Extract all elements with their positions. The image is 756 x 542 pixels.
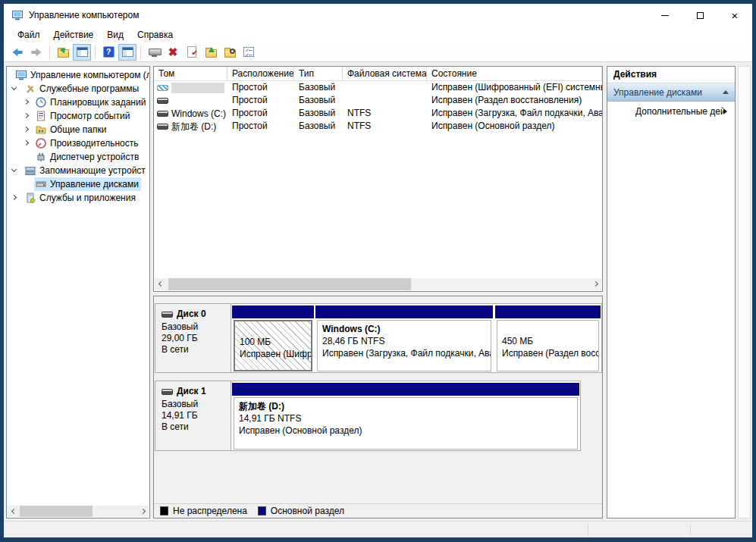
disk0-label[interactable]: Диск 0 Базовый 29,00 ГБ В сети: [155, 304, 231, 372]
tree-item-event-viewer[interactable]: Просмотр событий: [7, 109, 149, 123]
right-edge-strip: [738, 66, 751, 519]
maximize-button[interactable]: [682, 4, 717, 27]
disk-type: Базовый: [162, 399, 231, 410]
properties-button[interactable]: ✔: [183, 44, 201, 61]
tree-item-computer-management[interactable]: Управление компьютером (л: [7, 68, 149, 82]
back-button[interactable]: [8, 44, 27, 61]
chevron-right-icon[interactable]: [11, 195, 17, 200]
folder-export-icon: [58, 49, 69, 58]
close-button[interactable]: ×: [717, 4, 752, 27]
tree-item-label: Просмотр событий: [50, 111, 130, 121]
table-row[interactable]: 新加卷 (D:) Простой Базовый NTFS Исправен (…: [154, 120, 602, 133]
scroll-right-arrow-icon[interactable]: [589, 278, 601, 290]
device-view-button[interactable]: [145, 44, 163, 61]
column-header-type[interactable]: Тип: [294, 67, 343, 81]
actions-group-disk-management[interactable]: Управление дисками: [607, 83, 735, 102]
table-row[interactable]: Простой Базовый Исправен (Шифрованный (E…: [154, 81, 602, 94]
tree-item-disk-management[interactable]: Управление дисками: [7, 177, 149, 191]
show-action-pane-button[interactable]: [118, 44, 136, 61]
work-area: Управление компьютером (л Служебные прог…: [4, 62, 752, 521]
computer-icon: [11, 9, 24, 21]
chevron-right-icon[interactable]: [24, 127, 29, 132]
checklist-icon: ✓✓: [243, 47, 254, 57]
collapse-up-icon[interactable]: [723, 90, 729, 94]
cell-filesystem: [343, 81, 427, 94]
disk-size: 14,91 ГБ: [162, 410, 231, 421]
table-row[interactable]: Windows (C:) Простой Базовый NTFS Исправ…: [154, 107, 602, 120]
partition-d[interactable]: 新加卷 (D:) 14,91 ГБ NTFS Исправен (Основно…: [234, 397, 578, 450]
statusbar-divider: [690, 524, 691, 536]
minimize-button[interactable]: [648, 4, 682, 27]
delete-icon: ✖: [168, 46, 178, 58]
column-header-layout[interactable]: Расположение: [227, 67, 294, 81]
chevron-down-icon[interactable]: [11, 167, 17, 172]
partition-windows-c[interactable]: Windows (C:) 28,46 ГБ NTFS Исправен (Заг…: [317, 320, 491, 371]
chevron-right-icon[interactable]: [24, 99, 29, 105]
cell-layout: Простой: [227, 120, 294, 133]
tree-item-storage[interactable]: Запоминающие устройст: [7, 164, 149, 177]
scroll-right-arrow-icon[interactable]: [136, 506, 149, 517]
tree-horizontal-scrollbar[interactable]: [8, 506, 149, 517]
legend-primary-label: Основной раздел: [271, 506, 344, 516]
partition-efi[interactable]: 100 МБ Исправен (Шифр: [234, 320, 312, 371]
help-button[interactable]: ?: [99, 44, 118, 61]
chevron-down-icon[interactable]: [11, 85, 17, 90]
legend-primary-swatch: [258, 506, 266, 515]
scrollbar-thumb[interactable]: [168, 278, 411, 290]
scroll-left-arrow-icon[interactable]: [8, 506, 20, 517]
legend-bar: Не распределена Основной раздел: [154, 503, 602, 518]
legend-unallocated-label: Не распределена: [173, 506, 247, 516]
export-list-button[interactable]: [54, 44, 72, 61]
computer-icon: [15, 69, 27, 81]
partition-status: Исправен (Раздел восс: [502, 347, 598, 359]
tree-item-shared-folders[interactable]: Общие папки: [7, 123, 149, 136]
menu-action[interactable]: Действие: [47, 28, 101, 42]
clock-icon: [35, 96, 47, 108]
volume-list-horizontal-scrollbar[interactable]: [155, 278, 601, 290]
disk-graphical-view: Диск 0 Базовый 29,00 ГБ В сети 100 МБ Ис…: [153, 296, 603, 519]
menu-view[interactable]: Вид: [100, 28, 130, 42]
tree-item-label: Служебные программы: [39, 83, 139, 94]
volume-icon: [157, 124, 168, 130]
scrollbar-thumb[interactable]: [20, 506, 93, 517]
tree-item-label: Управление компьютером (л: [30, 70, 150, 80]
actions-more-actions[interactable]: Дополнительные дей...: [607, 102, 735, 121]
menu-file[interactable]: Файл: [11, 28, 47, 42]
volume-icon: [157, 98, 168, 104]
cell-type: Базовый: [294, 120, 343, 133]
partition-recovery[interactable]: 450 МБ Исправен (Раздел восс: [497, 320, 599, 371]
folder-up-button[interactable]: [202, 44, 220, 61]
cell-layout: Простой: [227, 94, 294, 107]
show-console-tree-button[interactable]: [73, 44, 91, 61]
menu-help[interactable]: Справка: [130, 28, 180, 42]
table-row[interactable]: Простой Базовый Исправен (Раздел восстан…: [154, 94, 602, 107]
column-header-status[interactable]: Состояние: [427, 67, 602, 81]
forward-button[interactable]: [27, 44, 45, 61]
tree-item-label: Управление дисками: [50, 179, 139, 190]
tree-item-device-manager[interactable]: Диспетчер устройств: [7, 150, 149, 164]
checklist-button[interactable]: ✓✓: [240, 44, 258, 61]
folder-search-button[interactable]: [221, 44, 239, 61]
chevron-right-icon[interactable]: [24, 113, 29, 118]
partition-size: 28,46 ГБ NTFS: [322, 335, 491, 347]
tools-icon: [24, 83, 36, 95]
disk-name: Диск 0: [177, 309, 206, 320]
tree-item-system-tools[interactable]: Служебные программы: [7, 82, 149, 96]
chevron-right-icon[interactable]: [24, 140, 29, 146]
column-header-filesystem[interactable]: Файловая система: [343, 67, 427, 81]
actions-pane: Действия Управление дисками Дополнительн…: [607, 66, 736, 519]
cell-type: Базовый: [294, 107, 343, 120]
cell-layout: Простой: [227, 81, 294, 94]
partition-name: Windows (C:): [322, 323, 491, 335]
tree-item-label: Службы и приложения: [39, 193, 136, 203]
console-tree: Управление компьютером (л Служебные прог…: [6, 66, 150, 519]
tree-item-services-applications[interactable]: Службы и приложения: [7, 191, 149, 205]
scroll-left-arrow-icon[interactable]: [155, 278, 167, 290]
delete-button[interactable]: ✖: [164, 44, 182, 61]
tree-item-task-scheduler[interactable]: Планировщик заданий: [7, 96, 149, 109]
properties-check-icon: ✔: [187, 46, 196, 58]
volume-list: Том Расположение Тип Файловая система Со…: [153, 66, 603, 292]
column-header-volume[interactable]: Том: [154, 67, 227, 81]
disk1-label[interactable]: Диск 1 Базовый 14,91 ГБ В сети: [155, 381, 231, 450]
tree-item-performance[interactable]: Производительность: [7, 136, 149, 150]
